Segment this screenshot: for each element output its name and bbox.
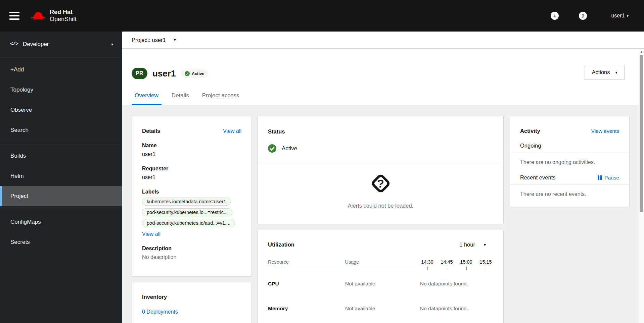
resource-datapoints: No datapoints found. (420, 281, 468, 287)
sidebar-item-label: Builds (10, 153, 26, 159)
time-tick (486, 267, 486, 270)
sidebar-item-topology[interactable]: Topology (0, 80, 122, 100)
label-pill: pod-security.kubernetes.io/aud...=v1.... (142, 219, 235, 227)
sidebar-item-label: Search (10, 127, 29, 133)
utilization-card-title: Utilization (268, 241, 294, 248)
time-label: 15:00 (459, 259, 474, 265)
utilization-row-memory: Memory Not available No datapoints found… (268, 306, 493, 312)
label-pill: kubernetes.io/metadata.name=user1 (142, 198, 231, 206)
code-icon: </> (10, 41, 18, 47)
sidebar-item-label: Helm (10, 173, 24, 179)
hamburger-icon (9, 18, 19, 20)
activity-card-title: Activity (520, 128, 540, 134)
sidebar-item-label: Secrets (10, 239, 30, 246)
status-card-title: Status (268, 128, 493, 135)
overview-dashboard: Details View all Name user1 Requester us… (122, 105, 639, 323)
scrollbar-up-arrow-icon[interactable]: ▲ (639, 49, 644, 54)
help-button[interactable]: ? (579, 12, 587, 20)
sidebar-item-search[interactable]: Search (0, 120, 122, 140)
check-circle-icon (185, 71, 190, 76)
project-resource-badge: PR (132, 68, 147, 79)
inventory-card: Inventory 0 Deployments (132, 282, 251, 323)
sidebar-item-builds[interactable]: Builds (0, 146, 122, 166)
sidebar-item-helm[interactable]: Helm (0, 166, 122, 186)
resource-name: CPU (268, 281, 345, 287)
tab-details[interactable]: Details (169, 87, 192, 105)
brand-name: Red Hat (50, 9, 77, 16)
vertical-scrollbar: ▲ (639, 49, 644, 323)
plus-circle-icon: + (551, 12, 559, 20)
status-badge-label: Active (192, 71, 204, 76)
resource-usage: Not available (345, 281, 412, 287)
actions-dropdown[interactable]: Actions ▾ (585, 65, 625, 80)
help-icon: ? (579, 12, 587, 20)
view-events-link[interactable]: View events (591, 128, 619, 134)
caret-down-icon: ▾ (484, 243, 486, 247)
description-value: No description (142, 254, 241, 260)
time-tick (447, 267, 447, 270)
sidebar-item-project[interactable]: Project (0, 186, 122, 206)
page-title: user1 (152, 68, 176, 79)
description-label: Description (142, 246, 241, 252)
username: user1 (611, 13, 625, 19)
actions-label: Actions (592, 69, 610, 75)
labels-label: Labels (142, 189, 241, 195)
activity-card: Activity View events Ongoing There are n… (510, 116, 629, 207)
resource-usage: Not available (345, 306, 412, 312)
inventory-deployments-link[interactable]: 0 Deployments (142, 309, 178, 315)
requester-label: Requester (142, 166, 241, 172)
check-circle-icon (268, 144, 276, 153)
requester-value: user1 (142, 174, 241, 180)
main-content: Project: user1 ▾ PR user1 Active Actions… (122, 32, 644, 323)
sidebar-item-label: Project (10, 193, 28, 200)
pause-label: Pause (604, 175, 619, 181)
time-label: 14:45 (439, 259, 454, 265)
sidebar-item-add[interactable]: +Add (0, 60, 122, 80)
time-tick (466, 267, 467, 270)
sidebar-item-label: Observe (10, 107, 32, 113)
sidebar-item-secrets[interactable]: Secrets (0, 232, 122, 252)
utilization-row-cpu: CPU Not available No datapoints found. (268, 281, 493, 287)
project-selector[interactable]: Project: user1 ▾ (132, 37, 176, 43)
time-label: 14:30 (420, 259, 435, 265)
status-badge: Active (181, 69, 208, 78)
recent-events-title: Recent events (520, 174, 555, 181)
label-pill: pod-security.kubernetes.io...=restric... (142, 208, 232, 216)
axis-line (258, 267, 427, 267)
details-card: Details View all Name user1 Requester us… (132, 116, 251, 276)
alerts-message: Alerts could not be loaded. (348, 203, 413, 209)
details-card-title: Details (142, 128, 160, 134)
masthead: Red Hat OpenShift + ? user1 ▾ (0, 0, 644, 32)
details-view-all-link[interactable]: View all (223, 128, 241, 134)
perspective-label: Developer (23, 41, 49, 48)
caret-down-icon: ▾ (615, 70, 617, 75)
tab-bar: Overview Details Project access (132, 87, 249, 105)
perspective-switcher[interactable]: </> Developer ▾ (0, 32, 122, 57)
labels-view-all-link[interactable]: View all (142, 231, 160, 237)
tab-overview[interactable]: Overview (132, 87, 162, 105)
name-label: Name (142, 143, 241, 149)
scrollbar-thumb[interactable] (640, 55, 643, 212)
caret-down-icon: ▾ (111, 42, 113, 47)
time-label: 15:15 (478, 259, 493, 265)
product-name: OpenShift (50, 16, 77, 23)
nav-toggle-button[interactable] (9, 12, 19, 20)
resource-datapoints: No datapoints found. (420, 306, 468, 312)
time-axis-labels: 14:30 14:45 15:00 15:15 (420, 259, 493, 265)
duration-dropdown[interactable]: 1 hour ▾ (459, 241, 486, 248)
sidebar-nav: </> Developer ▾ +Add Topology Observe Se… (0, 32, 122, 323)
column-header-usage: Usage (345, 259, 412, 265)
pause-events-button[interactable]: Pause (598, 175, 619, 181)
inventory-card-title: Inventory (142, 294, 241, 300)
duration-value: 1 hour (459, 241, 475, 248)
sidebar-item-configmaps[interactable]: ConfigMaps (0, 212, 122, 232)
name-value: user1 (142, 151, 241, 157)
sidebar-item-observe[interactable]: Observe (0, 100, 122, 120)
user-menu[interactable]: user1 ▾ (611, 13, 629, 19)
column-header-resource: Resource (268, 259, 345, 265)
quick-create-button[interactable]: + (551, 12, 559, 20)
hamburger-icon (9, 12, 19, 13)
question-mark-glyph: ? (369, 172, 393, 195)
utilization-header-row: Resource Usage 14:30 14:45 15:00 15:15 (268, 259, 493, 265)
tab-project-access[interactable]: Project access (199, 87, 242, 105)
